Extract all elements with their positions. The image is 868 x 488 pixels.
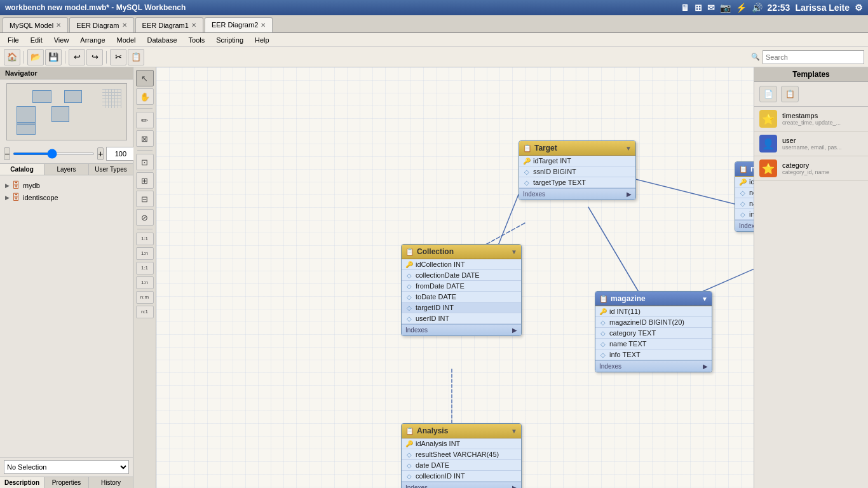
rp-tool-new[interactable]: 📄 <box>759 86 777 102</box>
tab-description[interactable]: Description <box>0 477 44 488</box>
table-magazine[interactable]: 📋 magazine ▼ 🔑 id INT(11) ◇ magazineID B… <box>595 291 712 372</box>
field-newspaper-id: 🔑 id INT(11) <box>735 177 754 187</box>
selection-dropdown[interactable]: No Selection <box>4 460 129 474</box>
toolbar-redo[interactable]: ↪ <box>86 49 103 65</box>
tab-eer-diagram[interactable]: EER Diagram ✕ <box>69 17 133 32</box>
thumb-table-target <box>32 90 51 103</box>
tool-rel-n-m[interactable]: n:m <box>136 291 154 304</box>
menu-file[interactable]: File <box>3 35 24 45</box>
menu-database[interactable]: Database <box>142 35 182 45</box>
field-collection-userid: ◇ userID INT <box>402 313 521 324</box>
menu-model[interactable]: Model <box>112 35 141 45</box>
tool-rel-1-1a[interactable]: 1:1 <box>136 233 154 245</box>
network-icon: ⊞ <box>695 3 702 13</box>
zoom-controls: − + % <box>0 144 133 164</box>
search-input[interactable] <box>763 50 864 64</box>
tree-item-identiscope[interactable]: ▶ 🗄 identiscope <box>4 191 129 203</box>
tool-draw[interactable]: ✏ <box>136 112 154 128</box>
table-magazine-title: magazine <box>611 294 699 303</box>
table-newspaper-title: newspaper <box>750 165 754 173</box>
tree-item-mydb[interactable]: ▶ 🗄 mydb <box>4 179 129 191</box>
template-category-info: category category_id, name <box>782 161 829 175</box>
template-category[interactable]: ⭐ category category_id, name <box>754 156 868 181</box>
table-analysis-expand[interactable]: ▼ <box>511 428 517 435</box>
close-tab-eer-diagram1[interactable]: ✕ <box>191 22 196 29</box>
close-tab-eer-diagram[interactable]: ✕ <box>122 22 127 29</box>
menu-edit[interactable]: Edit <box>25 35 48 45</box>
menu-scripting[interactable]: Scripting <box>211 35 248 45</box>
tab-user-types[interactable]: User Types <box>89 164 133 175</box>
menu-tools[interactable]: Tools <box>184 35 210 45</box>
toolbar-search-area: 🔍 <box>751 50 864 64</box>
menu-view[interactable]: View <box>49 35 74 45</box>
clock: 22:53 <box>768 3 790 13</box>
close-tab-mysql-model[interactable]: ✕ <box>56 22 61 29</box>
tool-view[interactable]: ⊞ <box>136 172 154 189</box>
tab-catalog[interactable]: Catalog <box>0 164 44 175</box>
tab-history[interactable]: History <box>89 477 133 488</box>
tool-rel-1-1b[interactable]: 1:1 <box>136 262 154 274</box>
table-collection[interactable]: 📋 Collection ▼ 🔑 idCollection INT ◇ coll… <box>401 244 522 336</box>
tool-table[interactable]: ⊡ <box>136 154 154 170</box>
table-analysis-icon: 📋 <box>405 427 414 435</box>
table-target-indexes[interactable]: Indexes ▶ <box>519 188 635 200</box>
tool-routine[interactable]: ⊟ <box>136 191 154 207</box>
selection-area: No Selection <box>0 457 133 477</box>
toolbar-open[interactable]: 📂 <box>27 49 44 65</box>
toolbar-undo[interactable]: ↩ <box>69 49 85 65</box>
tool-rel-1-n[interactable]: 1:n <box>136 247 154 260</box>
eer-canvas[interactable]: 📋 Target ▼ 🔑 idTarget INT ◇ ssnID BIGINT… <box>156 67 754 488</box>
field-key-icon-collection-id: 🔑 <box>405 261 413 268</box>
template-timestamps-icon: ⭐ <box>759 110 777 128</box>
tab-properties[interactable]: Properties <box>44 477 89 488</box>
tab-eer-diagram-label: EER Diagram <box>76 22 119 29</box>
table-magazine-indexes[interactable]: Indexes ▶ <box>595 360 712 372</box>
zoom-slider[interactable] <box>13 152 95 155</box>
field-magazine-info: ◇ info TEXT <box>595 349 712 360</box>
table-magazine-indexes-expand[interactable]: ▶ <box>703 363 708 370</box>
table-analysis-indexes[interactable]: Indexes ▶ <box>402 482 521 488</box>
toolbar-cut[interactable]: ✂ <box>110 49 126 65</box>
tab-eer-diagram2[interactable]: EER Diagram2 ✕ <box>205 17 273 32</box>
zoom-value-input[interactable] <box>106 147 135 161</box>
tool-select[interactable]: ↖ <box>136 70 154 86</box>
field-fk-icon-analysis-result: ◇ <box>405 451 413 458</box>
tool-routine-group[interactable]: ⊘ <box>136 209 154 226</box>
table-collection-indexes[interactable]: Indexes ▶ <box>402 324 521 336</box>
toolbar-save[interactable]: 💾 <box>45 49 62 65</box>
tool-rel-n-1[interactable]: n:1 <box>136 306 154 318</box>
tool-eraser[interactable]: ⊠ <box>136 130 154 147</box>
zoom-plus-btn[interactable]: + <box>97 147 104 160</box>
close-tab-eer-diagram2[interactable]: ✕ <box>261 22 266 29</box>
table-newspaper[interactable]: 📋 newspaper ▼ 🔑 id INT(11) ◇ newspaperID… <box>735 161 754 232</box>
zoom-minus-btn[interactable]: − <box>4 147 10 160</box>
menu-arrange[interactable]: Arrange <box>75 35 110 45</box>
table-target-expand[interactable]: ▼ <box>625 145 632 152</box>
table-collection-expand[interactable]: ▼ <box>511 248 517 255</box>
table-target[interactable]: 📋 Target ▼ 🔑 idTarget INT ◇ ssnID BIGINT… <box>519 140 636 200</box>
right-panel-header: Templates <box>754 67 868 82</box>
field-target-id: 🔑 idTarget INT <box>519 156 635 166</box>
template-category-icon: ⭐ <box>759 159 777 177</box>
field-newspaper-newspaperid: ◇ newspaperID BIGINT(11) <box>735 187 754 198</box>
tab-layers[interactable]: Layers <box>44 164 89 175</box>
tool-pan[interactable]: ✋ <box>136 88 154 105</box>
field-fk-icon-magazine-info: ◇ <box>599 351 607 358</box>
template-user[interactable]: 👤 user username, email, pas... <box>754 132 868 156</box>
field-analysis-collectionid: ◇ collectionID INT <box>402 471 521 482</box>
table-newspaper-indexes[interactable]: Indexes ▶ <box>735 220 754 231</box>
template-timestamps[interactable]: ⭐ timestamps create_time, update_... <box>754 107 868 132</box>
toolbar-home[interactable]: 🏠 <box>4 49 20 65</box>
table-analysis[interactable]: 📋 Analysis ▼ 🔑 idAnalysis INT ◇ resultSh… <box>401 423 522 488</box>
table-magazine-expand[interactable]: ▼ <box>702 295 708 302</box>
table-collection-icon: 📋 <box>405 248 414 256</box>
tool-rel-1-nb[interactable]: 1:n <box>136 276 154 289</box>
menu-help[interactable]: Help <box>250 35 275 45</box>
table-collection-indexes-expand[interactable]: ▶ <box>512 327 517 334</box>
toolbar-copy[interactable]: 📋 <box>128 49 144 65</box>
tab-eer-diagram1[interactable]: EER Diagram1 ✕ <box>135 17 203 32</box>
table-target-indexes-expand[interactable]: ▶ <box>627 191 632 198</box>
field-fk-icon-analysis-collid: ◇ <box>405 473 413 480</box>
rp-tool-copy[interactable]: 📋 <box>781 86 799 102</box>
tab-mysql-model[interactable]: MySQL Model ✕ <box>3 17 68 32</box>
